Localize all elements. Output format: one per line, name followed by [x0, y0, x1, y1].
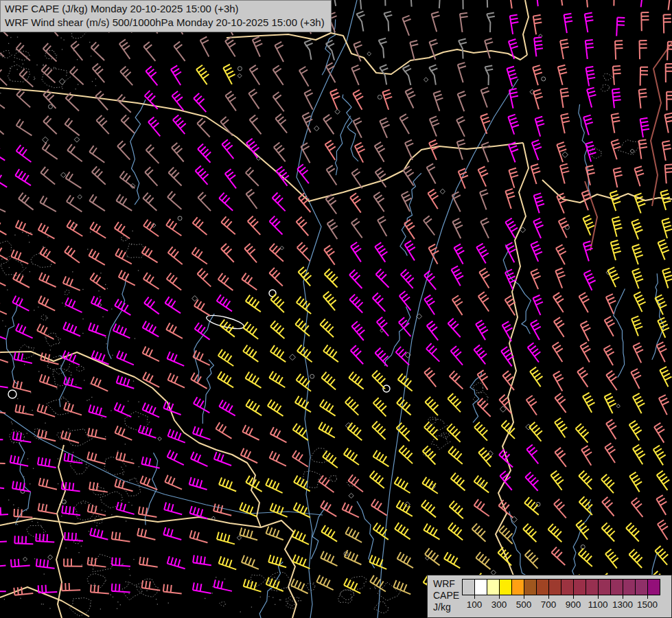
legend-color-box: [561, 579, 574, 595]
legend-color-box: [499, 579, 512, 595]
legend-tick-mark: [573, 595, 574, 599]
legend-color-box: [548, 579, 561, 595]
legend-label-line2: CAPE: [433, 590, 459, 602]
legend-color-box: [647, 579, 660, 595]
legend-color-box: [635, 579, 648, 595]
legend-tick-mark: [598, 595, 599, 599]
legend-color-box: [511, 579, 524, 595]
legend-color-box: [462, 579, 475, 595]
legend-tick-mark: [647, 595, 648, 599]
legend-tick-mark: [524, 595, 524, 599]
legend-colorbar: 100300500700900110013001500: [462, 579, 660, 595]
legend-tick-label: 1500: [632, 599, 662, 610]
legend-color-box: [487, 579, 500, 595]
legend-color-box: [623, 579, 636, 595]
title-line-cape: WRF CAPE (J/kg) Monday 20-10-2025 15:00 …: [5, 2, 325, 16]
legend-tick-mark: [548, 595, 549, 599]
legend-color-box: [474, 579, 487, 595]
legend-color-box: [586, 579, 599, 595]
cape-legend: WRF CAPE J/kg 10030050070090011001300150…: [427, 575, 672, 618]
map-canvas: [0, 0, 672, 618]
weather-map: WRF CAPE (J/kg) Monday 20-10-2025 15:00 …: [0, 0, 672, 618]
legend-label-line3: J/kg: [433, 602, 459, 613]
legend-color-box: [524, 579, 537, 595]
legend-label: WRF CAPE J/kg: [433, 578, 459, 613]
title-line-shear: WRF Wind shear (m/s) 500/1000hPa Monday …: [5, 16, 325, 30]
legend-color-box: [598, 579, 611, 595]
legend-tick-mark: [623, 595, 623, 599]
legend-color-box: [573, 579, 586, 595]
legend-color-box: [610, 579, 623, 595]
legend-label-line1: WRF: [433, 578, 459, 590]
legend-tick-mark: [499, 595, 500, 599]
legend-color-box: [536, 579, 549, 595]
title-panel: WRF CAPE (J/kg) Monday 20-10-2025 15:00 …: [0, 0, 332, 32]
legend-tick-mark: [474, 595, 475, 599]
